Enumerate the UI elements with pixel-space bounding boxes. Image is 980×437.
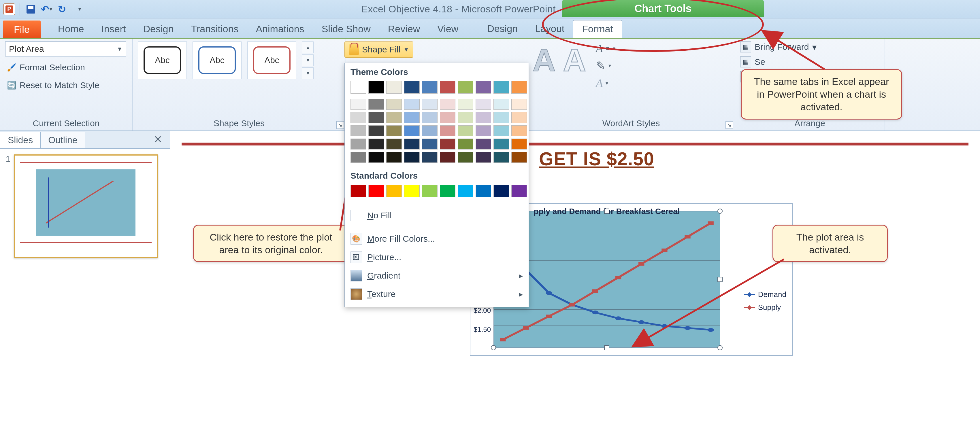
color-swatch[interactable] (404, 185, 420, 197)
gallery-expand-icon[interactable]: ▾ (302, 67, 313, 79)
redo-button[interactable]: ↻ (56, 3, 68, 16)
color-swatch[interactable] (386, 152, 402, 163)
color-swatch[interactable] (350, 125, 366, 136)
color-swatch[interactable] (440, 112, 455, 123)
color-swatch[interactable] (476, 185, 491, 197)
color-swatch[interactable] (422, 81, 438, 94)
color-swatch[interactable] (511, 112, 527, 123)
color-swatch[interactable] (350, 112, 366, 123)
selection-handle[interactable] (718, 345, 722, 350)
color-swatch[interactable] (511, 138, 527, 149)
gallery-more[interactable]: ▴ ▾ ▾ (302, 41, 313, 79)
color-swatch[interactable] (404, 138, 420, 149)
color-swatch[interactable] (440, 138, 455, 149)
gallery-up-icon[interactable]: ▴ (302, 41, 313, 53)
gallery-down-icon[interactable]: ▾ (302, 54, 313, 66)
color-swatch[interactable] (440, 99, 455, 110)
tab-view[interactable]: View (429, 21, 467, 38)
gradient-fill-item[interactable]: Gradient ▸ (345, 267, 529, 285)
dialog-launcher-icon[interactable]: ↘ (336, 121, 344, 129)
color-swatch[interactable] (368, 112, 384, 123)
app-icon[interactable]: P (3, 3, 15, 15)
color-swatch[interactable] (368, 185, 384, 197)
color-swatch[interactable] (476, 152, 491, 163)
color-swatch[interactable] (422, 138, 438, 149)
color-swatch[interactable] (440, 152, 455, 163)
color-swatch[interactable] (386, 125, 402, 136)
color-swatch[interactable] (404, 99, 420, 110)
color-swatch[interactable] (458, 99, 473, 110)
text-outline-button[interactable]: ✎▾ (596, 59, 616, 72)
dialog-launcher-icon[interactable]: ↘ (725, 121, 733, 129)
slide-canvas[interactable]: GET IS $2.50 pply and Demand for Breakfa… (170, 131, 980, 437)
shape-style-2[interactable]: Abc (192, 41, 242, 79)
color-swatch[interactable] (458, 185, 473, 197)
color-swatch[interactable] (350, 81, 366, 94)
bring-forward-button[interactable]: ▦ Bring Forward▾ (740, 41, 816, 52)
color-swatch[interactable] (350, 99, 366, 110)
color-swatch[interactable] (476, 81, 491, 94)
text-effects-button[interactable]: A▾ (596, 76, 616, 90)
tab-animations[interactable]: Animations (247, 21, 313, 38)
tab-review[interactable]: Review (379, 21, 429, 38)
format-selection-button[interactable]: 🖌️ Format Selection (5, 60, 86, 74)
color-swatch[interactable] (386, 81, 402, 94)
color-swatch[interactable] (511, 99, 527, 110)
undo-button[interactable]: ↶▾ (40, 3, 53, 16)
texture-fill-item[interactable]: Texture ▸ (345, 285, 529, 304)
color-swatch[interactable] (350, 185, 366, 197)
color-swatch[interactable] (458, 125, 473, 136)
tab-home[interactable]: Home (49, 21, 93, 38)
chart-element-combo[interactable]: Plot Area ▼ (5, 41, 126, 56)
color-swatch[interactable] (476, 138, 491, 149)
color-swatch[interactable] (476, 112, 491, 123)
color-swatch[interactable] (368, 125, 384, 136)
color-swatch[interactable] (404, 152, 420, 163)
color-swatch[interactable] (368, 81, 384, 94)
color-swatch[interactable] (458, 138, 473, 149)
slides-tab[interactable]: Slides (0, 132, 41, 148)
tab-slideshow[interactable]: Slide Show (313, 21, 379, 38)
color-swatch[interactable] (422, 125, 438, 136)
color-swatch[interactable] (386, 99, 402, 110)
shape-style-3[interactable]: Abc (247, 41, 296, 79)
send-backward-button[interactable]: ▦ Se (740, 56, 816, 67)
color-swatch[interactable] (493, 152, 509, 163)
tab-chart-design[interactable]: Design (479, 20, 526, 38)
color-swatch[interactable] (511, 152, 527, 163)
color-swatch[interactable] (422, 152, 438, 163)
slide-thumbnail-1[interactable] (14, 154, 158, 258)
color-swatch[interactable] (493, 138, 509, 149)
qat-customize[interactable]: ▾ (78, 6, 81, 13)
color-swatch[interactable] (350, 138, 366, 149)
color-swatch[interactable] (386, 138, 402, 149)
wordart-gallery[interactable]: A A (533, 41, 586, 78)
picture-fill-item[interactable]: 🖼 Picture... (345, 248, 529, 267)
tab-transitions[interactable]: Transitions (182, 21, 247, 38)
color-swatch[interactable] (511, 125, 527, 136)
color-swatch[interactable] (440, 125, 455, 136)
no-fill-item[interactable]: No Fill (345, 206, 529, 225)
more-fill-colors-item[interactable]: 🎨 More Fill Colors... (345, 230, 529, 248)
color-swatch[interactable] (368, 138, 384, 149)
color-swatch[interactable] (422, 185, 438, 197)
color-swatch[interactable] (493, 99, 509, 110)
color-swatch[interactable] (422, 99, 438, 110)
tab-insert[interactable]: Insert (93, 21, 135, 38)
selection-handle[interactable] (491, 345, 496, 350)
wordart-preset-1[interactable]: A (533, 41, 555, 78)
color-swatch[interactable] (386, 185, 402, 197)
color-swatch[interactable] (458, 112, 473, 123)
color-swatch[interactable] (458, 81, 473, 94)
selection-handle[interactable] (718, 208, 722, 214)
color-swatch[interactable] (493, 125, 509, 136)
close-panel-button[interactable]: ✕ (146, 130, 170, 148)
selection-handle[interactable] (604, 208, 609, 214)
color-swatch[interactable] (440, 81, 455, 94)
reset-match-style-button[interactable]: 🔄 Reset to Match Style (5, 78, 100, 92)
color-swatch[interactable] (404, 125, 420, 136)
color-swatch[interactable] (368, 99, 384, 110)
color-swatch[interactable] (458, 152, 473, 163)
color-swatch[interactable] (511, 185, 527, 197)
shape-style-gallery[interactable]: Abc Abc Abc ▴ ▾ ▾ (138, 41, 313, 79)
